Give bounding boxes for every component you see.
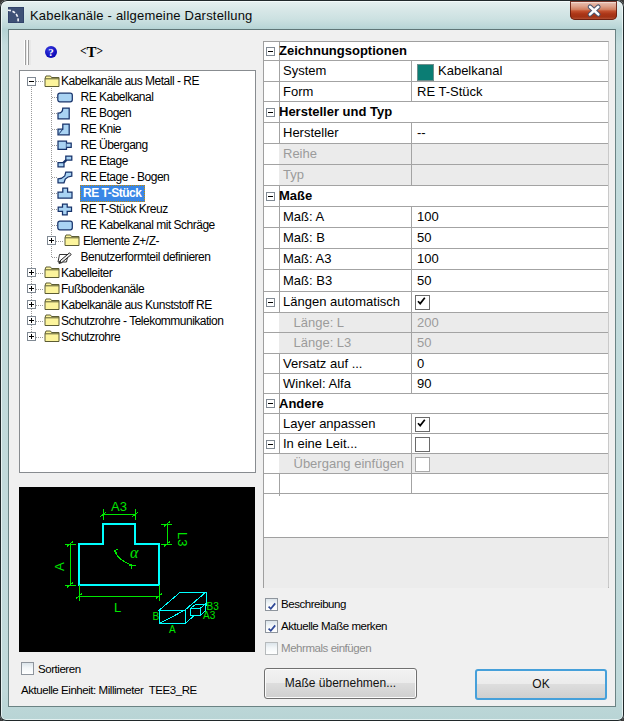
svg-text:L3: L3 [175, 532, 190, 546]
svg-text:B: B [153, 611, 160, 622]
svg-text:α: α [130, 544, 139, 561]
svg-text:L: L [114, 600, 121, 615]
svg-text:A3: A3 [203, 610, 216, 621]
svg-text:A: A [52, 562, 67, 571]
svg-text:A: A [169, 624, 176, 635]
svg-text:A3: A3 [111, 499, 127, 514]
